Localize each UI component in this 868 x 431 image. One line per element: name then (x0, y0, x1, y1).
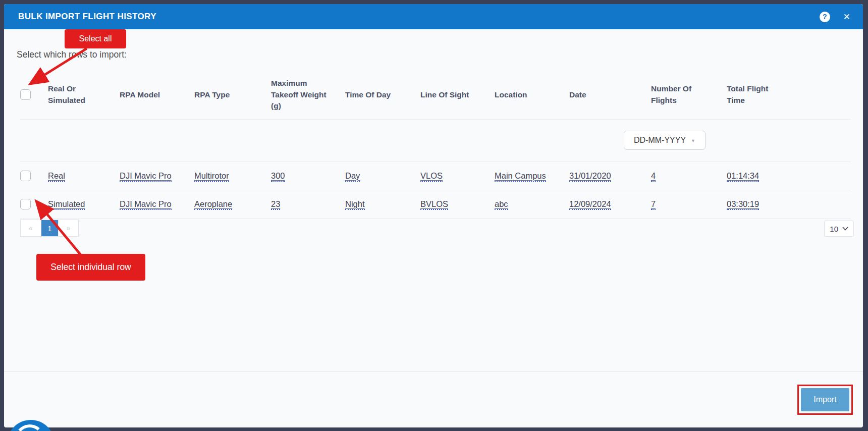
cell-max-takeoff-weight[interactable]: 300 (271, 171, 285, 182)
cell-date[interactable]: 12/09/2024 (569, 199, 611, 210)
footer-divider (4, 371, 863, 372)
cell-rpa-model[interactable]: DJI Mavic Pro (120, 171, 172, 182)
select-all-checkbox[interactable] (20, 89, 31, 100)
dropdown-caret-icon: ▼ (691, 137, 695, 143)
column-label: Time Of Day (345, 89, 391, 100)
col-total-flight-time: Total Flight Time (727, 71, 851, 119)
cell-time-of-day[interactable]: Night (345, 199, 365, 210)
column-label: Date (569, 89, 586, 100)
select-row-callout-label: Select individual row (50, 262, 131, 273)
col-location: Location (495, 71, 569, 119)
pagination-prev-button[interactable]: « (21, 220, 41, 236)
cell-real-or-simulated[interactable]: Real (48, 171, 65, 182)
page-size-select[interactable]: 10 (824, 221, 854, 237)
instruction-text: Select which rows to import: (17, 49, 127, 60)
cell-date[interactable]: 31/01/2020 (569, 171, 611, 182)
pagination-page-1-button[interactable]: 1 (41, 220, 58, 236)
cell-location[interactable]: Main Campus (495, 171, 546, 182)
column-label: Location (495, 89, 527, 100)
column-label: RPA Model (120, 89, 160, 100)
select-all-cell (20, 71, 48, 119)
table-header-row: Real Or Simulated RPA Model RPA Type Max… (20, 71, 851, 119)
col-rpa-type: RPA Type (194, 71, 271, 119)
select-row-callout: Select individual row (36, 254, 145, 281)
modal-title: BULK IMPORT FLIGHT HISTORY (18, 12, 156, 22)
cell-line-of-sight[interactable]: BVLOS (420, 199, 448, 210)
column-label: Number Of Flights (651, 83, 708, 106)
col-max-takeoff-weight: Maximum Takeoff Weight (g) (271, 71, 345, 119)
modal-header: BULK IMPORT FLIGHT HISTORY ? ✕ (4, 4, 863, 29)
pagination-next-button[interactable]: » (58, 220, 78, 236)
column-label: Real Or Simulated (48, 83, 104, 106)
date-filter-dropdown[interactable]: DD-MM-YYYY ▼ (624, 131, 706, 150)
cell-rpa-type[interactable]: Multirotor (194, 171, 229, 182)
column-label: RPA Type (194, 89, 230, 100)
column-label: Total Flight Time (727, 83, 783, 106)
pagination: « 1 » (20, 220, 79, 237)
cell-time-of-day[interactable]: Day (345, 171, 360, 182)
import-button[interactable]: Import (801, 388, 849, 411)
column-label: Maximum Takeoff Weight (g) (271, 78, 328, 112)
row-checkbox[interactable] (20, 199, 31, 209)
cell-number-of-flights[interactable]: 4 (651, 171, 656, 182)
date-filter-cell: DD-MM-YYYY ▼ (569, 119, 651, 161)
column-label: Line Of Sight (420, 89, 469, 100)
col-real-or-simulated: Real Or Simulated (48, 71, 120, 119)
filter-row: DD-MM-YYYY ▼ (20, 119, 851, 161)
cell-line-of-sight[interactable]: VLOS (420, 171, 443, 182)
col-time-of-day: Time Of Day (345, 71, 420, 119)
cell-location[interactable]: abc (495, 199, 508, 210)
import-button-highlight: Import (797, 385, 853, 415)
select-all-callout-label: Select all (79, 34, 112, 43)
page-size-value: 10 (830, 225, 838, 233)
cell-rpa-model[interactable]: DJI Mavic Pro (120, 199, 172, 210)
cell-total-flight-time[interactable]: 01:14:34 (727, 171, 759, 182)
col-date: Date (569, 71, 651, 119)
date-filter-value: DD-MM-YYYY (634, 136, 686, 145)
cell-real-or-simulated[interactable]: Simulated (48, 199, 85, 210)
import-table: Real Or Simulated RPA Model RPA Type Max… (20, 71, 851, 219)
close-icon[interactable]: ✕ (843, 13, 850, 21)
table-row: Simulated DJI Mavic Pro Aeroplane 23 Nig… (20, 190, 851, 218)
chevron-down-icon (842, 227, 848, 231)
col-line-of-sight: Line Of Sight (420, 71, 495, 119)
cell-rpa-type[interactable]: Aeroplane (194, 199, 232, 210)
chat-bubble-icon (14, 423, 46, 431)
cell-max-takeoff-weight[interactable]: 23 (271, 199, 280, 210)
cell-total-flight-time[interactable]: 03:30:19 (727, 199, 759, 210)
select-all-callout: Select all (65, 29, 126, 48)
col-number-of-flights: Number Of Flights (651, 71, 727, 119)
col-rpa-model: RPA Model (120, 71, 194, 119)
header-icons: ? ✕ (820, 12, 850, 22)
table-row: Real DJI Mavic Pro Multirotor 300 Day VL… (20, 161, 851, 190)
bulk-import-modal: BULK IMPORT FLIGHT HISTORY ? ✕ Select wh… (4, 4, 863, 427)
cell-number-of-flights[interactable]: 7 (651, 199, 656, 210)
row-checkbox[interactable] (20, 171, 31, 181)
help-icon[interactable]: ? (820, 12, 830, 22)
